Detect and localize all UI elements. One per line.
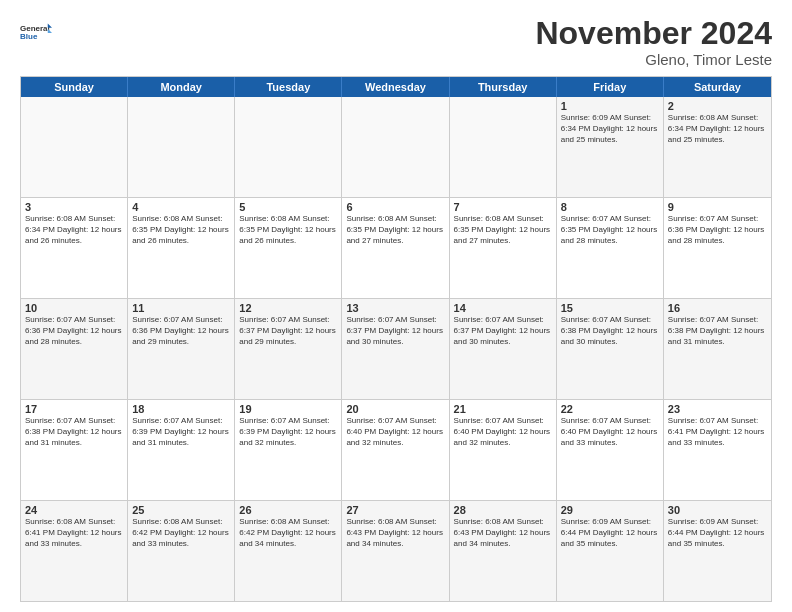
day-number: 21 bbox=[454, 403, 552, 415]
cal-cell: 29Sunrise: 6:09 AM Sunset: 6:44 PM Dayli… bbox=[557, 501, 664, 601]
cell-info: Sunrise: 6:07 AM Sunset: 6:36 PM Dayligh… bbox=[668, 214, 767, 246]
day-number: 6 bbox=[346, 201, 444, 213]
cell-info: Sunrise: 6:08 AM Sunset: 6:35 PM Dayligh… bbox=[132, 214, 230, 246]
cal-cell: 30Sunrise: 6:09 AM Sunset: 6:44 PM Dayli… bbox=[664, 501, 771, 601]
cell-info: Sunrise: 6:07 AM Sunset: 6:38 PM Dayligh… bbox=[668, 315, 767, 347]
header-day-monday: Monday bbox=[128, 77, 235, 97]
cal-cell: 13Sunrise: 6:07 AM Sunset: 6:37 PM Dayli… bbox=[342, 299, 449, 399]
header: General Blue November 2024 Gleno, Timor … bbox=[20, 16, 772, 68]
cell-info: Sunrise: 6:07 AM Sunset: 6:38 PM Dayligh… bbox=[25, 416, 123, 448]
cell-info: Sunrise: 6:07 AM Sunset: 6:37 PM Dayligh… bbox=[454, 315, 552, 347]
calendar-header: SundayMondayTuesdayWednesdayThursdayFrid… bbox=[21, 77, 771, 97]
cal-cell: 24Sunrise: 6:08 AM Sunset: 6:41 PM Dayli… bbox=[21, 501, 128, 601]
cal-cell: 18Sunrise: 6:07 AM Sunset: 6:39 PM Dayli… bbox=[128, 400, 235, 500]
week-row-2: 10Sunrise: 6:07 AM Sunset: 6:36 PM Dayli… bbox=[21, 299, 771, 400]
day-number: 17 bbox=[25, 403, 123, 415]
day-number: 7 bbox=[454, 201, 552, 213]
cal-cell bbox=[21, 97, 128, 197]
day-number: 26 bbox=[239, 504, 337, 516]
day-number: 28 bbox=[454, 504, 552, 516]
calendar: SundayMondayTuesdayWednesdayThursdayFrid… bbox=[20, 76, 772, 602]
day-number: 22 bbox=[561, 403, 659, 415]
header-day-sunday: Sunday bbox=[21, 77, 128, 97]
day-number: 20 bbox=[346, 403, 444, 415]
cal-cell: 6Sunrise: 6:08 AM Sunset: 6:35 PM Daylig… bbox=[342, 198, 449, 298]
cal-cell: 11Sunrise: 6:07 AM Sunset: 6:36 PM Dayli… bbox=[128, 299, 235, 399]
cell-info: Sunrise: 6:07 AM Sunset: 6:39 PM Dayligh… bbox=[132, 416, 230, 448]
day-number: 1 bbox=[561, 100, 659, 112]
title-block: November 2024 Gleno, Timor Leste bbox=[535, 16, 772, 68]
cell-info: Sunrise: 6:07 AM Sunset: 6:37 PM Dayligh… bbox=[346, 315, 444, 347]
month-title: November 2024 bbox=[535, 16, 772, 51]
day-number: 3 bbox=[25, 201, 123, 213]
day-number: 18 bbox=[132, 403, 230, 415]
cal-cell: 22Sunrise: 6:07 AM Sunset: 6:40 PM Dayli… bbox=[557, 400, 664, 500]
day-number: 10 bbox=[25, 302, 123, 314]
logo-svg: General Blue bbox=[20, 16, 52, 48]
cell-info: Sunrise: 6:08 AM Sunset: 6:42 PM Dayligh… bbox=[239, 517, 337, 549]
cal-cell: 21Sunrise: 6:07 AM Sunset: 6:40 PM Dayli… bbox=[450, 400, 557, 500]
cell-info: Sunrise: 6:09 AM Sunset: 6:44 PM Dayligh… bbox=[668, 517, 767, 549]
week-row-4: 24Sunrise: 6:08 AM Sunset: 6:41 PM Dayli… bbox=[21, 501, 771, 601]
day-number: 27 bbox=[346, 504, 444, 516]
cell-info: Sunrise: 6:08 AM Sunset: 6:35 PM Dayligh… bbox=[239, 214, 337, 246]
cell-info: Sunrise: 6:08 AM Sunset: 6:43 PM Dayligh… bbox=[454, 517, 552, 549]
cal-cell: 20Sunrise: 6:07 AM Sunset: 6:40 PM Dayli… bbox=[342, 400, 449, 500]
cal-cell bbox=[128, 97, 235, 197]
cell-info: Sunrise: 6:08 AM Sunset: 6:43 PM Dayligh… bbox=[346, 517, 444, 549]
day-number: 19 bbox=[239, 403, 337, 415]
cal-cell: 19Sunrise: 6:07 AM Sunset: 6:39 PM Dayli… bbox=[235, 400, 342, 500]
logo: General Blue bbox=[20, 16, 52, 48]
day-number: 30 bbox=[668, 504, 767, 516]
cal-cell: 28Sunrise: 6:08 AM Sunset: 6:43 PM Dayli… bbox=[450, 501, 557, 601]
cell-info: Sunrise: 6:07 AM Sunset: 6:35 PM Dayligh… bbox=[561, 214, 659, 246]
cell-info: Sunrise: 6:08 AM Sunset: 6:42 PM Dayligh… bbox=[132, 517, 230, 549]
cal-cell: 17Sunrise: 6:07 AM Sunset: 6:38 PM Dayli… bbox=[21, 400, 128, 500]
cal-cell: 26Sunrise: 6:08 AM Sunset: 6:42 PM Dayli… bbox=[235, 501, 342, 601]
cal-cell: 27Sunrise: 6:08 AM Sunset: 6:43 PM Dayli… bbox=[342, 501, 449, 601]
day-number: 11 bbox=[132, 302, 230, 314]
cal-cell: 8Sunrise: 6:07 AM Sunset: 6:35 PM Daylig… bbox=[557, 198, 664, 298]
cal-cell: 9Sunrise: 6:07 AM Sunset: 6:36 PM Daylig… bbox=[664, 198, 771, 298]
day-number: 16 bbox=[668, 302, 767, 314]
day-number: 24 bbox=[25, 504, 123, 516]
cell-info: Sunrise: 6:09 AM Sunset: 6:34 PM Dayligh… bbox=[561, 113, 659, 145]
cal-cell: 4Sunrise: 6:08 AM Sunset: 6:35 PM Daylig… bbox=[128, 198, 235, 298]
cal-cell bbox=[235, 97, 342, 197]
week-row-3: 17Sunrise: 6:07 AM Sunset: 6:38 PM Dayli… bbox=[21, 400, 771, 501]
week-row-0: 1Sunrise: 6:09 AM Sunset: 6:34 PM Daylig… bbox=[21, 97, 771, 198]
cal-cell: 14Sunrise: 6:07 AM Sunset: 6:37 PM Dayli… bbox=[450, 299, 557, 399]
cell-info: Sunrise: 6:07 AM Sunset: 6:37 PM Dayligh… bbox=[239, 315, 337, 347]
cell-info: Sunrise: 6:07 AM Sunset: 6:41 PM Dayligh… bbox=[668, 416, 767, 448]
day-number: 4 bbox=[132, 201, 230, 213]
day-number: 23 bbox=[668, 403, 767, 415]
cal-cell: 12Sunrise: 6:07 AM Sunset: 6:37 PM Dayli… bbox=[235, 299, 342, 399]
cal-cell: 25Sunrise: 6:08 AM Sunset: 6:42 PM Dayli… bbox=[128, 501, 235, 601]
day-number: 9 bbox=[668, 201, 767, 213]
day-number: 15 bbox=[561, 302, 659, 314]
page: General Blue November 2024 Gleno, Timor … bbox=[0, 0, 792, 612]
cal-cell: 1Sunrise: 6:09 AM Sunset: 6:34 PM Daylig… bbox=[557, 97, 664, 197]
cal-cell: 16Sunrise: 6:07 AM Sunset: 6:38 PM Dayli… bbox=[664, 299, 771, 399]
subtitle: Gleno, Timor Leste bbox=[535, 51, 772, 68]
header-day-thursday: Thursday bbox=[450, 77, 557, 97]
day-number: 2 bbox=[668, 100, 767, 112]
day-number: 25 bbox=[132, 504, 230, 516]
cell-info: Sunrise: 6:07 AM Sunset: 6:36 PM Dayligh… bbox=[25, 315, 123, 347]
svg-text:General: General bbox=[20, 24, 50, 33]
cal-cell: 3Sunrise: 6:08 AM Sunset: 6:34 PM Daylig… bbox=[21, 198, 128, 298]
day-number: 8 bbox=[561, 201, 659, 213]
header-day-tuesday: Tuesday bbox=[235, 77, 342, 97]
cal-cell: 5Sunrise: 6:08 AM Sunset: 6:35 PM Daylig… bbox=[235, 198, 342, 298]
day-number: 14 bbox=[454, 302, 552, 314]
cell-info: Sunrise: 6:07 AM Sunset: 6:39 PM Dayligh… bbox=[239, 416, 337, 448]
day-number: 13 bbox=[346, 302, 444, 314]
cell-info: Sunrise: 6:08 AM Sunset: 6:34 PM Dayligh… bbox=[25, 214, 123, 246]
cell-info: Sunrise: 6:07 AM Sunset: 6:40 PM Dayligh… bbox=[346, 416, 444, 448]
svg-text:Blue: Blue bbox=[20, 32, 38, 41]
day-number: 29 bbox=[561, 504, 659, 516]
cal-cell: 7Sunrise: 6:08 AM Sunset: 6:35 PM Daylig… bbox=[450, 198, 557, 298]
cell-info: Sunrise: 6:07 AM Sunset: 6:38 PM Dayligh… bbox=[561, 315, 659, 347]
cell-info: Sunrise: 6:08 AM Sunset: 6:35 PM Dayligh… bbox=[454, 214, 552, 246]
cell-info: Sunrise: 6:08 AM Sunset: 6:34 PM Dayligh… bbox=[668, 113, 767, 145]
